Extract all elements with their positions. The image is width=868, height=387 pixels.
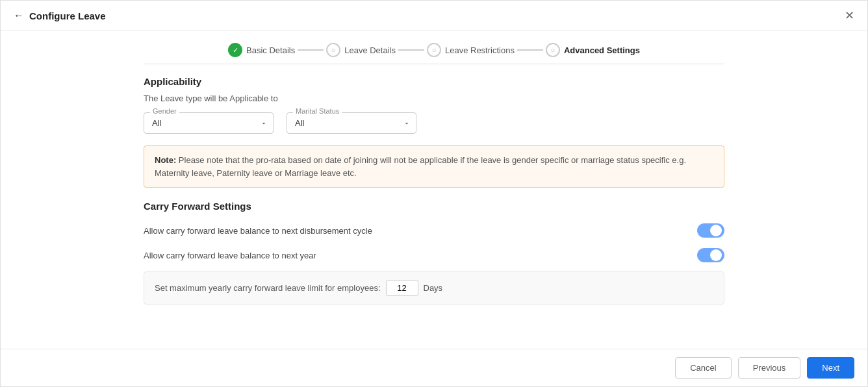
- modal-container: ← Configure Leave ✕ ✓ Basic Details ○ Le…: [0, 0, 868, 387]
- step-circle-restrictions: ○: [427, 43, 441, 57]
- carry-forward-title: Carry Forward Settings: [144, 201, 724, 212]
- step-circle-basic: ✓: [228, 43, 242, 57]
- step-connector-2: [398, 49, 424, 51]
- step-circle-leave: ○: [326, 43, 340, 57]
- stepper: ✓ Basic Details ○ Leave Details ○ Leave …: [1, 31, 867, 64]
- max-days-input[interactable]: [386, 280, 418, 296]
- gender-field-group: Gender All Male Female: [144, 112, 274, 134]
- max-days-row: Set maximum yearly carry forward leave l…: [144, 271, 724, 305]
- marital-status-label: Marital Status: [293, 107, 342, 115]
- toggle2-switch[interactable]: [697, 248, 724, 262]
- note-box: Note: Please note that the pro-rata base…: [144, 145, 724, 188]
- step-circle-advanced: ○: [546, 43, 560, 57]
- toggle2-label: Allow carry forward leave balance to nex…: [144, 251, 316, 260]
- step-leave-restrictions: ○ Leave Restrictions: [427, 43, 515, 57]
- step-advanced-settings: ○ Advanced Settings: [546, 43, 640, 57]
- toggle-row-1: Allow carry forward leave balance to nex…: [144, 218, 724, 243]
- toggle-row-2: Allow carry forward leave balance to nex…: [144, 243, 724, 268]
- title-row: ← Configure Leave: [14, 10, 106, 21]
- back-button[interactable]: ←: [14, 10, 24, 21]
- cancel-button[interactable]: Cancel: [675, 357, 731, 379]
- marital-status-field-group: Marital Status All Single Married: [287, 112, 416, 134]
- step-label-leave: Leave Details: [344, 45, 396, 55]
- days-unit-label: Days: [424, 283, 443, 293]
- modal-body: Applicability The Leave type will be App…: [1, 64, 867, 349]
- step-connector-3: [517, 49, 543, 51]
- step-leave-details: ○ Leave Details: [326, 43, 396, 57]
- carry-forward-section: Carry Forward Settings Allow carry forwa…: [144, 201, 724, 305]
- fields-row: Gender All Male Female Marital Status Al…: [144, 112, 724, 134]
- step-connector-1: [298, 49, 324, 51]
- applicability-sub-text: The Leave type will be Applicable to: [144, 94, 724, 103]
- max-days-label: Set maximum yearly carry forward leave l…: [155, 283, 381, 293]
- modal-header: ← Configure Leave ✕: [1, 1, 867, 31]
- step-label-restrictions: Leave Restrictions: [445, 45, 515, 55]
- applicability-section: Applicability The Leave type will be App…: [144, 76, 724, 188]
- modal-title: Configure Leave: [29, 10, 106, 21]
- toggle1-label: Allow carry forward leave balance to nex…: [144, 226, 372, 236]
- applicability-title: Applicability: [144, 76, 724, 87]
- gender-label: Gender: [150, 107, 179, 115]
- note-label: Note:: [155, 155, 176, 165]
- toggle1-switch[interactable]: [697, 223, 724, 238]
- next-button[interactable]: Next: [807, 357, 854, 379]
- modal-footer: Cancel Previous Next: [1, 349, 867, 386]
- close-button[interactable]: ✕: [845, 10, 854, 21]
- marital-status-select[interactable]: All Single Married: [287, 112, 416, 134]
- top-divider: [144, 64, 724, 64]
- step-basic-details: ✓ Basic Details: [228, 43, 295, 57]
- gender-select[interactable]: All Male Female: [144, 112, 274, 134]
- note-text: Please note that the pro-rata based on d…: [155, 155, 686, 178]
- toggle2-slider: [697, 248, 724, 262]
- previous-button[interactable]: Previous: [738, 357, 801, 379]
- step-label-advanced: Advanced Settings: [564, 45, 640, 55]
- step-label-basic: Basic Details: [246, 45, 295, 55]
- toggle1-slider: [697, 223, 724, 238]
